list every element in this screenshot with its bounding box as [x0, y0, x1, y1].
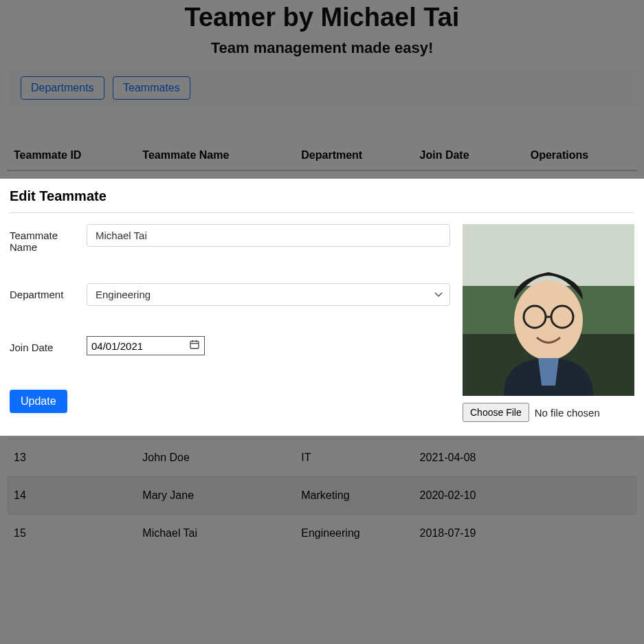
divider	[10, 212, 634, 213]
label-department: Department	[10, 283, 87, 300]
choose-file-button[interactable]: Choose File	[463, 403, 529, 422]
modal-title: Edit Teammate	[10, 188, 634, 204]
update-button[interactable]: Update	[10, 390, 67, 413]
join-date-input[interactable]: 04/01/2021	[87, 336, 205, 355]
label-join-date: Join Date	[10, 336, 87, 353]
svg-rect-0	[190, 341, 199, 348]
teammate-name-input[interactable]	[87, 224, 450, 247]
label-teammate-name: Teammate Name	[10, 224, 87, 253]
calendar-icon	[189, 339, 200, 353]
join-date-value: 04/01/2021	[91, 340, 189, 352]
edit-teammate-modal: Edit Teammate Teammate Name Department E…	[0, 179, 644, 436]
svg-rect-4	[463, 224, 634, 286]
department-select[interactable]: Engineering	[87, 283, 450, 306]
file-status-text: No file chosen	[535, 407, 600, 419]
teammate-photo	[463, 224, 634, 396]
